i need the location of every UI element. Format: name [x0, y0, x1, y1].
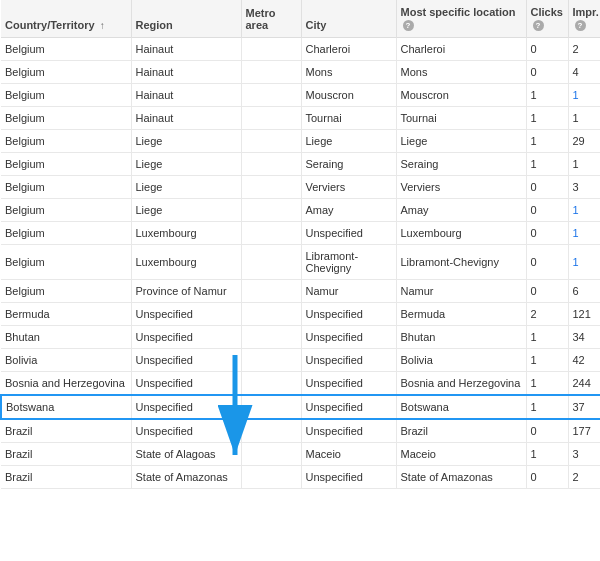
- cell-city: Namur: [301, 279, 396, 302]
- table-row[interactable]: BelgiumLiegeLiegeLiege129: [1, 129, 600, 152]
- cell-city: Charleroi: [301, 37, 396, 60]
- table-row[interactable]: BelgiumHainautMonsMons04: [1, 60, 600, 83]
- cell-region: Hainaut: [131, 37, 241, 60]
- cell-city: Mons: [301, 60, 396, 83]
- link-impr[interactable]: 1: [573, 89, 579, 101]
- table-row[interactable]: BelgiumLiegeVerviersVerviers03: [1, 175, 600, 198]
- cell-impr: 1: [568, 152, 600, 175]
- header-country[interactable]: Country/Territory ↑: [1, 0, 131, 37]
- cell-impr: 244: [568, 371, 600, 395]
- cell-impr: 29: [568, 129, 600, 152]
- cell-city: Unspecified: [301, 419, 396, 443]
- table-row[interactable]: BelgiumLuxembourgLibramont-ChevignyLibra…: [1, 244, 600, 279]
- cell-region: Hainaut: [131, 83, 241, 106]
- help-icon-clicks[interactable]: ?: [533, 20, 544, 31]
- cell-impr: 37: [568, 395, 600, 419]
- table-row[interactable]: BelgiumHainautCharleroiCharleroi02: [1, 37, 600, 60]
- cell-region: Hainaut: [131, 60, 241, 83]
- help-icon-specific[interactable]: ?: [403, 20, 414, 31]
- table-row[interactable]: BoliviaUnspecifiedUnspecifiedBolivia142: [1, 348, 600, 371]
- cell-metro: [241, 442, 301, 465]
- cell-country: Belgium: [1, 221, 131, 244]
- table-row[interactable]: Bosnia and HerzegovinaUnspecifiedUnspeci…: [1, 371, 600, 395]
- cell-clicks: 0: [526, 221, 568, 244]
- header-specific: Most specific location ?: [396, 0, 526, 37]
- cell-country: Botswana: [1, 395, 131, 419]
- cell-impr: 1: [568, 106, 600, 129]
- cell-metro: [241, 152, 301, 175]
- table-row[interactable]: BrazilState of AlagoasMaceioMaceio13: [1, 442, 600, 465]
- cell-country: Belgium: [1, 129, 131, 152]
- table-header-row: Country/Territory ↑ Region Metro area Ci…: [1, 0, 600, 37]
- header-city: City: [301, 0, 396, 37]
- cell-clicks: 1: [526, 442, 568, 465]
- cell-city: Verviers: [301, 175, 396, 198]
- header-city-label: City: [306, 19, 327, 31]
- table-row[interactable]: BelgiumLuxembourgUnspecifiedLuxembourg01: [1, 221, 600, 244]
- cell-country: Belgium: [1, 198, 131, 221]
- cell-specific: Mons: [396, 60, 526, 83]
- header-region-label: Region: [136, 19, 173, 31]
- table-row[interactable]: BrazilState of AmazonasUnspecifiedState …: [1, 465, 600, 488]
- cell-region: Liege: [131, 152, 241, 175]
- cell-specific: Liege: [396, 129, 526, 152]
- cell-country: Brazil: [1, 442, 131, 465]
- cell-specific: Brazil: [396, 419, 526, 443]
- cell-region: State of Amazonas: [131, 465, 241, 488]
- link-impr[interactable]: 1: [573, 256, 579, 268]
- cell-country: Belgium: [1, 106, 131, 129]
- cell-specific: Bolivia: [396, 348, 526, 371]
- cell-country: Bermuda: [1, 302, 131, 325]
- cell-impr: 4: [568, 60, 600, 83]
- cell-specific: Botswana: [396, 395, 526, 419]
- link-impr[interactable]: 1: [573, 227, 579, 239]
- cell-metro: [241, 129, 301, 152]
- cell-region: Liege: [131, 129, 241, 152]
- header-country-label: Country/Territory: [5, 19, 95, 31]
- cell-specific: Bosnia and Herzegovina: [396, 371, 526, 395]
- cell-city: Amay: [301, 198, 396, 221]
- cell-metro: [241, 60, 301, 83]
- table-row[interactable]: BelgiumHainautTournaiTournai11: [1, 106, 600, 129]
- cell-clicks: 1: [526, 106, 568, 129]
- cell-clicks: 1: [526, 152, 568, 175]
- cell-impr: 34: [568, 325, 600, 348]
- cell-region: Unspecified: [131, 348, 241, 371]
- cell-country: Belgium: [1, 279, 131, 302]
- header-impr-label: Impr.: [573, 6, 599, 18]
- cell-country: Brazil: [1, 465, 131, 488]
- cell-clicks: 0: [526, 60, 568, 83]
- cell-city: Liege: [301, 129, 396, 152]
- table-row[interactable]: BelgiumLiegeSeraingSeraing11: [1, 152, 600, 175]
- cell-metro: [241, 302, 301, 325]
- help-icon-impr[interactable]: ?: [575, 20, 586, 31]
- table-row[interactable]: BhutanUnspecifiedUnspecifiedBhutan134: [1, 325, 600, 348]
- cell-metro: [241, 106, 301, 129]
- table-row[interactable]: BelgiumHainautMouscronMouscron11: [1, 83, 600, 106]
- cell-clicks: 1: [526, 371, 568, 395]
- cell-region: Liege: [131, 175, 241, 198]
- table-row[interactable]: BotswanaUnspecifiedUnspecifiedBotswana13…: [1, 395, 600, 419]
- table-row[interactable]: BrazilUnspecifiedUnspecifiedBrazil0177: [1, 419, 600, 443]
- cell-impr: 6: [568, 279, 600, 302]
- header-clicks: Clicks ?: [526, 0, 568, 37]
- cell-clicks: 0: [526, 465, 568, 488]
- cell-city: Libramont-Chevigny: [301, 244, 396, 279]
- cell-region: Luxembourg: [131, 244, 241, 279]
- table-row[interactable]: BelgiumLiegeAmayAmay01: [1, 198, 600, 221]
- table-row[interactable]: BermudaUnspecifiedUnspecifiedBermuda2121: [1, 302, 600, 325]
- cell-clicks: 0: [526, 175, 568, 198]
- cell-clicks: 0: [526, 198, 568, 221]
- cell-specific: Luxembourg: [396, 221, 526, 244]
- header-specific-label: Most specific location: [401, 6, 516, 18]
- cell-region: Province of Namur: [131, 279, 241, 302]
- cell-specific: Tournai: [396, 106, 526, 129]
- cell-region: Hainaut: [131, 106, 241, 129]
- cell-impr: 1: [568, 83, 600, 106]
- cell-metro: [241, 395, 301, 419]
- cell-country: Belgium: [1, 152, 131, 175]
- cell-country: Brazil: [1, 419, 131, 443]
- link-impr[interactable]: 1: [573, 204, 579, 216]
- table-row[interactable]: BelgiumProvince of NamurNamurNamur06: [1, 279, 600, 302]
- cell-impr: 3: [568, 175, 600, 198]
